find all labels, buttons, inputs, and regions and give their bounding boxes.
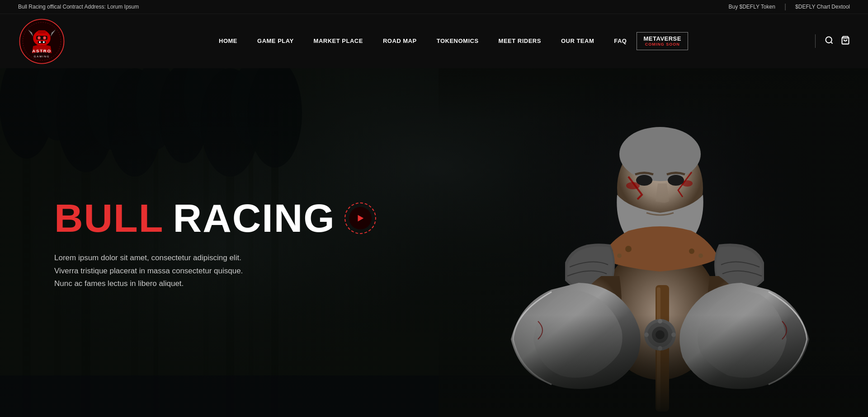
svg-rect-10	[39, 41, 41, 43]
nav-home[interactable]: HOME	[209, 37, 247, 44]
top-bar: Bull Racing offical Contract Address: Lo…	[0, 0, 868, 14]
hero-description: Lorem ipsum dolor sit amet, consectetur …	[54, 252, 298, 291]
svg-point-6	[38, 37, 40, 38]
contract-address: Bull Racing offical Contract Address: Lo…	[18, 4, 139, 10]
svg-rect-3	[38, 30, 46, 33]
nav-faq[interactable]: FAQ	[604, 37, 637, 44]
nav-meetriders[interactable]: MEET RIDERS	[489, 37, 551, 44]
play-triangle-icon	[355, 213, 365, 223]
svg-text:ASTRO: ASTRO	[32, 48, 51, 53]
svg-point-14	[826, 37, 832, 42]
divider: |	[784, 3, 786, 11]
search-button[interactable]	[825, 36, 834, 47]
logo-icon: ASTRO GAMING	[18, 18, 66, 65]
chart-link[interactable]: $DEFLY Chart Dextool	[795, 4, 850, 10]
hero-title-red: BULL	[54, 198, 164, 238]
nav-gameplay[interactable]: GAME PLAY	[247, 37, 304, 44]
nav-tokenomics[interactable]: TOKENOMICS	[427, 37, 489, 44]
nav-metaverse[interactable]: METAVERSE COMING SOON	[637, 32, 688, 50]
svg-rect-11	[43, 41, 45, 43]
svg-marker-80	[358, 215, 363, 221]
cart-icon	[841, 36, 850, 45]
top-bar-links: Buy $DEFLY Token | $DEFLY Chart Dextool	[728, 3, 850, 11]
hero-title: BULL RACING	[54, 198, 316, 238]
nav-divider	[815, 34, 816, 48]
hero-title-white: RACING	[173, 198, 335, 238]
nav-ourteam[interactable]: OUR TEAM	[551, 37, 604, 44]
search-icon	[825, 36, 834, 45]
hero-section: BULL RACING Lorem ipsum dolor sit amet, …	[0, 68, 868, 417]
logo-area[interactable]: ASTRO GAMING	[18, 18, 66, 65]
header-icons	[813, 34, 850, 48]
svg-point-8	[44, 37, 46, 38]
cart-button[interactable]	[841, 36, 850, 47]
play-icon-inner	[349, 207, 372, 230]
play-button[interactable]	[344, 202, 376, 234]
nav-marketplace[interactable]: MARKET PLACE	[304, 37, 373, 44]
hero-content: BULL RACING Lorem ipsum dolor sit amet, …	[0, 198, 316, 291]
header: ASTRO GAMING HOME GAME PLAY MARKET PLACE…	[0, 14, 868, 68]
svg-text:GAMING: GAMING	[34, 54, 50, 57]
main-nav: HOME GAME PLAY MARKET PLACE ROAD MAP TOK…	[93, 32, 804, 50]
svg-line-15	[831, 42, 833, 43]
buy-token-link[interactable]: Buy $DEFLY Token	[728, 4, 775, 10]
nav-roadmap[interactable]: ROAD MAP	[373, 37, 427, 44]
